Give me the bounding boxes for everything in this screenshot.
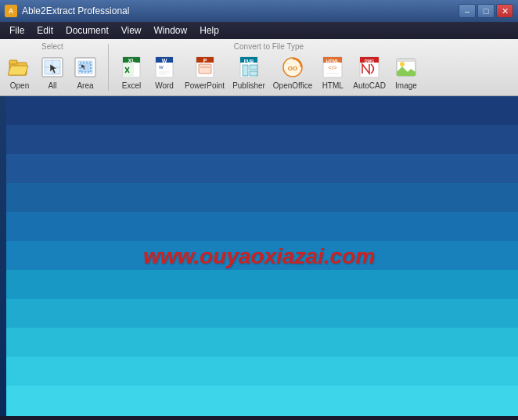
svg-text:W: W [159,65,164,70]
autocad-icon: DWG [357,55,382,80]
svg-rect-43 [0,154,518,183]
html-icon: HTML </> [320,55,345,80]
title-bar-controls: – □ ✕ [459,4,513,18]
toolbar: Select Open [0,39,518,96]
toolbar-sections: Select Open [0,42,518,92]
title-bar: A Able2Extract Professional – □ ✕ [0,0,518,22]
all-label: All [48,81,56,90]
toolbar-separator-1 [108,44,109,91]
minimize-button[interactable]: – [459,4,476,18]
svg-text:OO: OO [288,65,297,72]
svg-rect-50 [0,357,518,386]
excel-icon: XL [119,55,144,80]
publisher-label: Publisher [232,81,265,90]
svg-rect-42 [0,125,518,154]
select-group-label: Select [3,42,102,51]
openoffice-button[interactable]: OO OpenOffice [269,52,316,92]
maximize-button[interactable]: □ [477,4,495,18]
main-area: www.ouyaoxiazai.com [0,96,518,416]
image-icon [394,55,419,80]
open-button[interactable]: Open [3,52,36,92]
html-button[interactable]: HTML </> HTML [316,52,349,92]
svg-rect-48 [0,299,518,328]
word-button[interactable]: W W Word [148,52,181,92]
svg-rect-27 [250,71,257,76]
all-icon [40,55,65,80]
svg-rect-40 [397,59,415,62]
svg-rect-41 [0,96,518,125]
menu-bar: File Edit Document View Window Help [0,22,518,39]
autocad-button[interactable]: DWG AutoCAD [349,52,390,92]
word-icon: W W [152,55,177,80]
menu-view[interactable]: View [115,23,148,38]
left-strip [0,96,6,416]
svg-text:HTML: HTML [326,59,340,63]
open-icon [7,55,32,80]
svg-rect-20 [199,64,211,74]
svg-text:DWG: DWG [365,59,374,63]
svg-rect-25 [243,65,248,76]
svg-rect-1 [9,60,17,64]
select-items: Open All [3,52,102,92]
area-icon [73,55,98,80]
title-bar-title: Able2Extract Professional [22,5,459,16]
powerpoint-label: PowerPoint [185,81,225,90]
powerpoint-icon: P [192,55,218,80]
svg-rect-49 [0,328,518,357]
svg-rect-26 [250,65,257,70]
image-label: Image [395,81,417,90]
menu-window[interactable]: Window [148,23,194,38]
background-gradient [0,96,518,416]
svg-text:P: P [203,58,207,63]
toolbar-select-group: Select Open [0,42,105,92]
svg-rect-51 [0,386,518,416]
image-button[interactable]: Image [390,52,423,92]
excel-label: Excel [122,81,141,90]
close-button[interactable]: ✕ [496,4,513,18]
area-button[interactable]: Area [69,52,102,92]
svg-text:W: W [162,58,167,63]
excel-button[interactable]: XL Excel [115,52,148,92]
svg-rect-46 [0,241,518,270]
menu-file[interactable]: File [3,23,31,38]
publisher-button[interactable]: PUB Publisher [228,52,269,92]
svg-text:</>: </> [328,64,337,71]
svg-point-39 [400,62,405,66]
all-button[interactable]: All [36,52,69,92]
svg-text:PUB: PUB [244,59,254,63]
autocad-label: AutoCAD [353,81,386,90]
svg-rect-47 [0,270,518,299]
menu-edit[interactable]: Edit [31,23,59,38]
publisher-icon: PUB [236,55,261,80]
word-label: Word [155,81,174,90]
open-label: Open [10,81,29,90]
openoffice-label: OpenOffice [273,81,312,90]
svg-text:XL: XL [128,58,136,63]
area-label: Area [77,81,93,90]
openoffice-icon: OO [280,55,305,80]
menu-help[interactable]: Help [193,23,225,38]
html-label: HTML [322,81,344,90]
convert-group-label: Convert to File Type [115,42,423,51]
convert-items: XL Excel W W [115,52,423,92]
app-icon: A [5,5,17,17]
powerpoint-button[interactable]: P PowerPoint [181,52,228,92]
svg-rect-45 [0,212,518,241]
menu-document[interactable]: Document [59,23,115,38]
toolbar-convert-group: Convert to File Type XL Excel [112,42,426,92]
svg-rect-44 [0,183,518,212]
